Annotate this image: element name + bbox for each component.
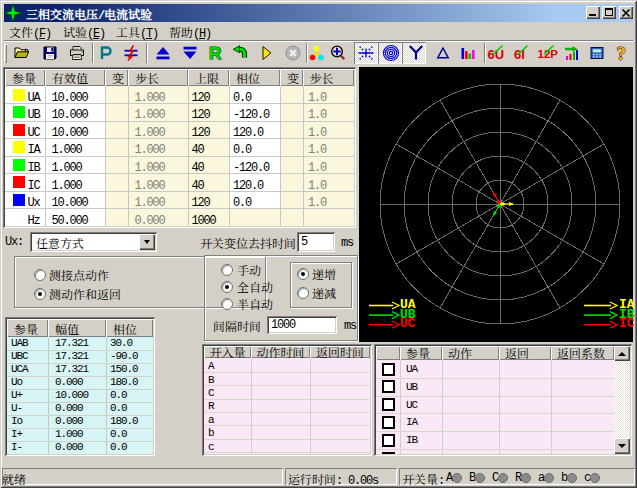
svg-text:6U: 6U	[488, 47, 505, 62]
svg-text:R: R	[209, 44, 221, 63]
svg-text:?: ?	[617, 43, 627, 64]
